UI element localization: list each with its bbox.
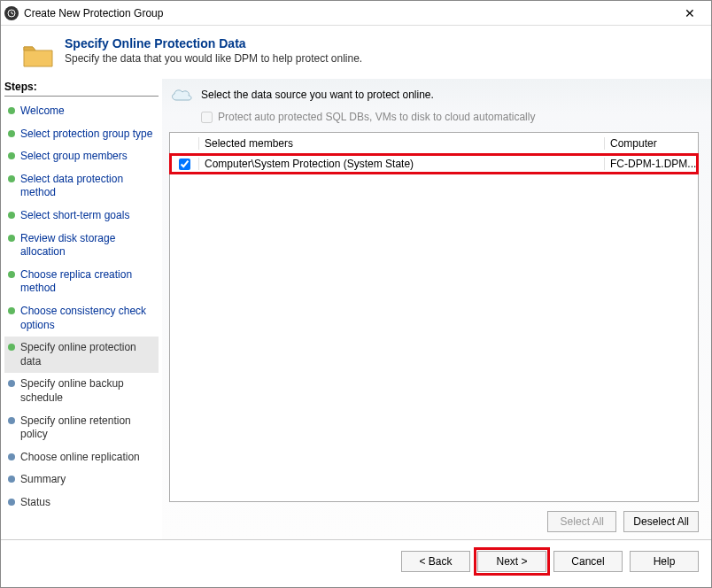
step-bullet-icon bbox=[8, 307, 15, 314]
app-icon bbox=[4, 6, 19, 20]
step-label: Specify online retention policy bbox=[20, 414, 155, 442]
close-button[interactable]: ✕ bbox=[672, 3, 708, 24]
page-header: Specify Online Protection Data Specify t… bbox=[1, 26, 711, 79]
step-item-13: Status bbox=[4, 491, 159, 514]
step-label: Select short-term goals bbox=[20, 209, 129, 223]
instruction-text: Select the data source you want to prote… bbox=[201, 89, 434, 101]
column-header-computer[interactable]: Computer bbox=[604, 137, 698, 150]
step-item-11: Choose online replication bbox=[4, 446, 159, 469]
steps-label: Steps: bbox=[4, 79, 159, 97]
step-label: Specify online protection data bbox=[20, 341, 155, 368]
step-label: Welcome bbox=[20, 104, 65, 119]
step-bullet-icon bbox=[8, 235, 15, 242]
row-checkbox[interactable] bbox=[179, 159, 190, 170]
step-item-8: Specify online protection data bbox=[4, 337, 159, 373]
step-bullet-icon bbox=[8, 175, 15, 182]
steps-sidebar: Steps: WelcomeSelect protection group ty… bbox=[1, 79, 162, 539]
folder-icon bbox=[22, 42, 54, 68]
page-heading: Specify Online Protection Data bbox=[65, 36, 362, 50]
row-computer: FC-DPM-1.DPM... bbox=[604, 158, 698, 170]
step-bullet-icon bbox=[8, 417, 15, 424]
table-row[interactable]: Computer\System Protection (System State… bbox=[170, 154, 698, 174]
step-item-4[interactable]: Select short-term goals bbox=[4, 205, 159, 228]
cloud-icon bbox=[169, 86, 194, 104]
wizard-footer: < Back Next > Cancel Help bbox=[1, 539, 711, 583]
step-item-6[interactable]: Choose replica creation method bbox=[4, 264, 159, 300]
step-bullet-icon bbox=[8, 212, 15, 219]
auto-protect-checkbox bbox=[201, 112, 213, 123]
main-panel: Select the data source you want to prote… bbox=[162, 79, 711, 539]
select-all-button[interactable]: Select All bbox=[547, 511, 616, 532]
step-label: Choose consistency check options bbox=[20, 305, 155, 332]
next-button[interactable]: Next > bbox=[477, 551, 546, 572]
step-bullet-icon bbox=[8, 499, 15, 506]
cancel-button[interactable]: Cancel bbox=[553, 551, 623, 572]
step-bullet-icon bbox=[8, 107, 15, 114]
step-label: Specify online backup schedule bbox=[20, 377, 155, 405]
step-bullet-icon bbox=[8, 271, 15, 278]
column-header-members[interactable]: Selected members bbox=[198, 137, 604, 150]
step-label: Choose replica creation method bbox=[20, 268, 155, 296]
step-bullet-icon bbox=[8, 380, 15, 387]
titlebar: Create New Protection Group ✕ bbox=[1, 1, 711, 26]
step-item-9: Specify online backup schedule bbox=[4, 373, 159, 409]
step-label: Select protection group type bbox=[20, 128, 152, 142]
step-bullet-icon bbox=[8, 476, 15, 483]
step-bullet-icon bbox=[8, 152, 15, 159]
step-item-1[interactable]: Select protection group type bbox=[4, 123, 159, 146]
step-bullet-icon bbox=[8, 130, 15, 137]
step-item-0[interactable]: Welcome bbox=[4, 100, 159, 123]
deselect-all-button[interactable]: Deselect All bbox=[623, 511, 699, 532]
step-label: Status bbox=[20, 496, 50, 510]
step-label: Choose online replication bbox=[20, 451, 140, 465]
page-subheading: Specify the data that you would like DPM… bbox=[65, 52, 362, 65]
help-button[interactable]: Help bbox=[630, 551, 699, 572]
step-bullet-icon bbox=[8, 344, 15, 351]
step-item-10: Specify online retention policy bbox=[4, 410, 159, 446]
members-grid: Selected members Computer Computer\Syste… bbox=[169, 132, 699, 502]
step-label: Review disk storage allocation bbox=[20, 232, 155, 259]
step-label: Select group members bbox=[20, 150, 128, 164]
step-item-2[interactable]: Select group members bbox=[4, 145, 159, 168]
step-item-12: Summary bbox=[4, 468, 159, 491]
step-label: Select data protection method bbox=[20, 173, 155, 200]
window-title: Create New Protection Group bbox=[24, 7, 672, 19]
step-item-3[interactable]: Select data protection method bbox=[4, 168, 159, 205]
step-bullet-icon bbox=[8, 453, 15, 460]
step-label: Summary bbox=[20, 473, 66, 487]
step-item-5[interactable]: Review disk storage allocation bbox=[4, 228, 159, 264]
auto-protect-label: Protect auto protected SQL DBs, VMs to d… bbox=[218, 111, 535, 123]
row-member: Computer\System Protection (System State… bbox=[198, 158, 604, 170]
back-button[interactable]: < Back bbox=[401, 551, 470, 572]
step-item-7[interactable]: Choose consistency check options bbox=[4, 300, 159, 337]
